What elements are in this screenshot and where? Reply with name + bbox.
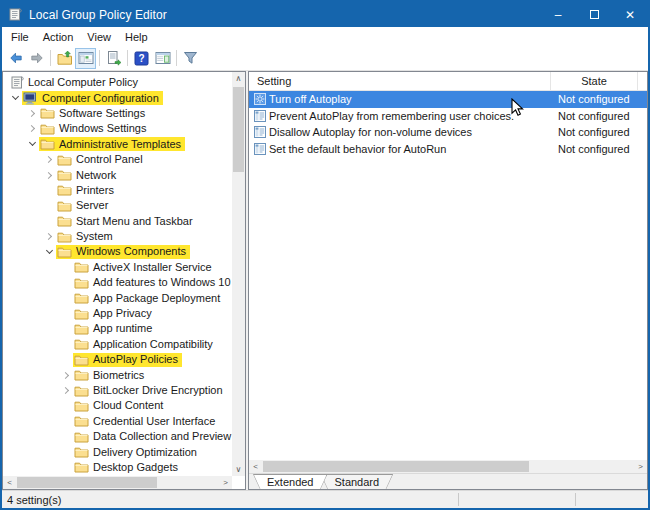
chevron-collapsed-icon[interactable]: [42, 173, 56, 178]
scroll-left-arrow-icon[interactable]: <: [3, 476, 16, 489]
tree-item-windows-settings[interactable]: Windows Settings: [3, 121, 232, 136]
tree-item-app-runtime[interactable]: App runtime: [3, 321, 232, 336]
tab-extended[interactable]: Extended: [253, 474, 327, 489]
column-header-setting[interactable]: Setting: [249, 72, 551, 90]
toolbar-show-action-pane-button[interactable]: [152, 48, 173, 69]
chevron-collapsed-icon[interactable]: [59, 373, 73, 378]
menu-bar: FileActionViewHelp: [2, 27, 648, 46]
tree-horizontal-scrollbar[interactable]: < >: [3, 476, 232, 489]
scrollbar-thumb[interactable]: [233, 87, 244, 172]
view-tabs: ExtendedStandard: [249, 473, 647, 489]
scrollbar-thumb[interactable]: [263, 461, 529, 472]
tree-item-label: Credential User Interface: [93, 415, 215, 428]
settings-row-disallow-autoplay-for-non-volume-devices[interactable]: Disallow Autoplay for non-volume devices…: [249, 124, 647, 141]
chevron-collapsed-icon[interactable]: [42, 157, 56, 162]
setting-state: Not configured: [551, 143, 638, 155]
tree-item-content: Delivery Optimization: [73, 445, 201, 459]
tree-item-content: System: [56, 230, 117, 244]
toolbar-separator: [176, 50, 177, 66]
scroll-left-arrow-icon[interactable]: <: [249, 460, 262, 473]
column-header-state[interactable]: State: [551, 72, 638, 90]
scroll-up-arrow-icon[interactable]: ∧: [232, 72, 245, 85]
settings-row-prevent-autoplay-from-remembering-user-choices[interactable]: Prevent AutoPlay from remembering user c…: [249, 108, 647, 125]
tree-item-computer-configuration[interactable]: Computer Configuration: [3, 90, 232, 105]
list-horizontal-scrollbar[interactable]: < >: [249, 460, 647, 473]
tree-rows: Local Computer PolicyComputer Configurat…: [3, 73, 232, 476]
tree-item-software-settings[interactable]: Software Settings: [3, 106, 232, 121]
tree-item-application-compatibility[interactable]: Application Compatibility: [3, 337, 232, 352]
tree-item-system[interactable]: System: [3, 229, 232, 244]
show-console-tree-icon: [78, 50, 94, 66]
toolbar-back-button[interactable]: [5, 48, 26, 69]
scroll-right-arrow-icon[interactable]: >: [219, 476, 232, 489]
tree-item-autoplay-policies[interactable]: AutoPlay Policies: [3, 352, 232, 367]
tree-item-label: Server: [76, 199, 108, 212]
setting-state: Not configured: [551, 93, 638, 105]
close-button[interactable]: ✕: [612, 2, 648, 27]
tree-item-data-collection-and-preview-bu[interactable]: Data Collection and Preview Bu: [3, 429, 232, 444]
chevron-collapsed-icon[interactable]: [59, 388, 73, 393]
scroll-right-arrow-icon[interactable]: >: [634, 460, 647, 473]
menu-file[interactable]: File: [4, 27, 36, 46]
tree-item-delivery-optimization[interactable]: Delivery Optimization: [3, 444, 232, 459]
tree-item-start-menu-and-taskbar[interactable]: Start Menu and Taskbar: [3, 214, 232, 229]
minimize-button[interactable]: –: [540, 2, 576, 27]
tree-item-server[interactable]: Server: [3, 198, 232, 213]
tree-item-content: Credential User Interface: [73, 414, 219, 428]
tree-item-label: ActiveX Installer Service: [93, 261, 212, 274]
tree-item-desktop-gadgets[interactable]: Desktop Gadgets: [3, 460, 232, 475]
menu-action[interactable]: Action: [36, 27, 81, 46]
toolbar-help-button[interactable]: ?: [131, 48, 152, 69]
chevron-expanded-icon[interactable]: [42, 251, 56, 253]
yellow-highlight: Computer Configuration: [22, 91, 163, 105]
menu-view[interactable]: View: [80, 27, 118, 46]
settings-row-set-the-default-behavior-for-autorun[interactable]: Set the default behavior for AutoRunNot …: [249, 141, 647, 158]
tree-item-add-features-to-windows-10[interactable]: Add features to Windows 10: [3, 275, 232, 290]
chevron-collapsed-icon[interactable]: [25, 126, 39, 131]
setting-name: Set the default behavior for AutoRun: [269, 143, 551, 155]
tree-item-control-panel[interactable]: Control Panel: [3, 152, 232, 167]
tree-item-content: ActiveX Installer Service: [73, 260, 216, 274]
maximize-button[interactable]: [576, 2, 612, 27]
scroll-down-arrow-icon[interactable]: ∨: [232, 463, 245, 476]
export-list-icon: [106, 50, 122, 66]
tree-item-content: Server: [56, 199, 112, 213]
tree-item-biometrics[interactable]: Biometrics: [3, 367, 232, 382]
tab-label: Standard: [320, 474, 393, 489]
chevron-expanded-icon[interactable]: [25, 143, 39, 145]
scrollbar-thumb[interactable]: [17, 477, 157, 488]
tree-item-label: Windows Settings: [59, 122, 146, 135]
tab-standard[interactable]: Standard: [320, 474, 393, 489]
tree-item-credential-user-interface[interactable]: Credential User Interface: [3, 414, 232, 429]
toolbar-up-one-level-button[interactable]: [54, 48, 75, 69]
tree-item-cloud-content[interactable]: Cloud Content: [3, 398, 232, 413]
folder-icon: [74, 261, 89, 273]
tree-item-label: Add features to Windows 10: [93, 276, 231, 289]
chevron-collapsed-icon[interactable]: [42, 234, 56, 239]
chevron-expanded-icon[interactable]: [8, 97, 22, 99]
tree-item-bitlocker-drive-encryption[interactable]: BitLocker Drive Encryption: [3, 383, 232, 398]
tree-item-app-package-deployment[interactable]: App Package Deployment: [3, 290, 232, 305]
chevron-collapsed-icon[interactable]: [25, 111, 39, 116]
folder-icon: [57, 154, 72, 166]
toolbar-show-console-tree-button[interactable]: [75, 48, 96, 69]
tree-item-activex-installer-service[interactable]: ActiveX Installer Service: [3, 260, 232, 275]
window-title: Local Group Policy Editor: [29, 8, 540, 22]
tree-item-network[interactable]: Network: [3, 167, 232, 182]
toolbar-filter-button[interactable]: [180, 48, 201, 69]
toolbar-separator: [127, 50, 128, 66]
tree-vertical-scrollbar[interactable]: ∧ ∨: [232, 72, 245, 476]
tree-item-app-privacy[interactable]: App Privacy: [3, 306, 232, 321]
tree-item-local-computer-policy[interactable]: Local Computer Policy: [3, 75, 232, 90]
toolbar-forward-button[interactable]: [26, 48, 47, 69]
tree-item-label: Application Compatibility: [93, 338, 213, 351]
show-action-pane-icon: [155, 50, 171, 66]
tree-item-administrative-templates[interactable]: Administrative Templates: [3, 137, 232, 152]
folder-icon: [57, 231, 72, 243]
settings-row-turn-off-autoplay[interactable]: Turn off AutoplayNot configured: [249, 91, 647, 108]
tree-item-windows-components[interactable]: Windows Components: [3, 244, 232, 259]
tree-item-printers[interactable]: Printers: [3, 183, 232, 198]
setting-state: Not configured: [551, 110, 638, 122]
toolbar-export-list-button[interactable]: [103, 48, 124, 69]
menu-help[interactable]: Help: [118, 27, 155, 46]
